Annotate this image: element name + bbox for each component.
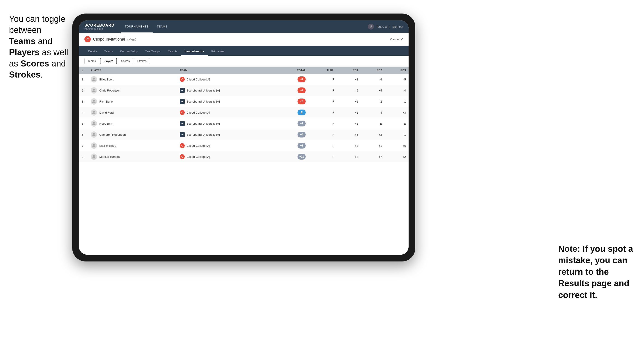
user-label: Test User | xyxy=(376,25,390,28)
tab-printables[interactable]: Printables xyxy=(208,50,228,56)
scores-bold: Scores xyxy=(20,59,49,68)
cell-rd3: -4 xyxy=(385,85,408,96)
cell-team: SBScoreboard University [A] xyxy=(177,129,277,140)
toggle-players-button[interactable]: Players xyxy=(100,58,117,64)
team-cell: CClippd College [A] xyxy=(180,77,274,82)
tablet-frame: SCOREBOARD Powered by clippd TOURNAMENTS… xyxy=(72,13,415,261)
cell-rd1: +2 xyxy=(337,151,361,162)
cell-team: SBScoreboard University [A] xyxy=(177,85,277,96)
avatar xyxy=(91,120,97,127)
col-team: TEAM xyxy=(177,67,277,74)
player-name: Chris Robertson xyxy=(99,89,120,92)
cell-rd3: -5 xyxy=(385,74,408,85)
tab-course-setup[interactable]: Course Setup xyxy=(116,50,142,56)
cell-total: -4 xyxy=(277,85,308,96)
team-name: Clippd College [A] xyxy=(186,155,210,159)
cell-player: Rees Britt xyxy=(88,118,177,129)
cell-rd2: +2 xyxy=(361,129,385,140)
cell-rd3: +3 xyxy=(385,107,408,118)
cell-thru: F xyxy=(308,96,337,107)
col-rd3: RD3 xyxy=(385,67,408,74)
strokes-bold: Strokes xyxy=(9,70,40,79)
cell-rank: 6 xyxy=(79,129,88,140)
cell-rd3: -1 xyxy=(385,96,408,107)
note-label: Note: If you spot a mistake, you can ret… xyxy=(558,244,633,300)
cell-thru: F xyxy=(308,85,337,96)
leaderboard-table: # PLAYER TEAM TOTAL THRU RD1 RD2 RD3 1El… xyxy=(79,67,408,255)
cell-player: Cameron Robertson xyxy=(88,129,177,140)
col-player: PLAYER xyxy=(88,67,177,74)
team-cell: CClippd College [A] xyxy=(180,154,274,159)
score-badge: E xyxy=(298,110,306,115)
cell-player: Chris Robertson xyxy=(88,85,177,96)
cell-rd1: +5 xyxy=(337,129,361,140)
cell-team: CClippd College [A] xyxy=(177,151,277,162)
team-cell: SBScoreboard University [A] xyxy=(180,99,274,104)
player-name: Rich Butler xyxy=(99,100,114,103)
svg-point-4 xyxy=(93,111,95,113)
player-cell: Chris Robertson xyxy=(91,87,174,94)
team-name: Clippd College [A] xyxy=(186,78,210,81)
avatar xyxy=(91,143,97,149)
svg-point-2 xyxy=(93,89,95,91)
tab-tee-groups[interactable]: Tee Groups xyxy=(142,50,164,56)
team-logo-clippd: C xyxy=(180,110,185,115)
cancel-x-icon: ✕ xyxy=(400,37,403,41)
cell-player: Rich Butler xyxy=(88,96,177,107)
tournament-name: Clippd Invitational xyxy=(93,37,125,42)
cell-rank: 4 xyxy=(79,107,88,118)
score-badge: -8 xyxy=(298,76,306,82)
player-cell: Elliot Ebert xyxy=(91,76,174,82)
cell-rd1: +2 xyxy=(337,140,361,151)
cell-total: +8 xyxy=(277,140,308,151)
svg-point-6 xyxy=(93,133,95,135)
team-name: Scoreboard University [A] xyxy=(186,122,220,125)
cell-rd2: +7 xyxy=(361,151,385,162)
logo-sub-text: Powered by clippd xyxy=(84,28,114,30)
player-name: David Ford xyxy=(99,111,114,114)
left-annotation: You can toggle between Teams and Players… xyxy=(9,13,70,80)
sign-out-link[interactable]: Sign out xyxy=(392,25,403,28)
svg-point-3 xyxy=(93,100,95,102)
svg-point-7 xyxy=(93,144,95,146)
team-logo-clippd: C xyxy=(180,154,185,159)
cell-rd2: -4 xyxy=(361,107,385,118)
toggle-scores-button[interactable]: Scores xyxy=(118,58,133,64)
player-name: Elliot Ebert xyxy=(99,78,114,81)
avatar xyxy=(91,87,97,94)
player-cell: Rees Britt xyxy=(91,120,174,127)
nav-link-tournaments[interactable]: TOURNAMENTS xyxy=(121,20,153,33)
score-badge: +4 xyxy=(298,132,306,138)
score-badge: -4 xyxy=(298,87,306,93)
tournament-subtitle: (Men) xyxy=(127,37,136,41)
cell-rank: 2 xyxy=(79,85,88,96)
cell-rank: 1 xyxy=(79,74,88,85)
cancel-button[interactable]: Cancel ✕ xyxy=(390,37,403,41)
cell-rd2: +5 xyxy=(361,85,385,96)
toggle-teams-button[interactable]: Teams xyxy=(84,58,99,64)
score-badge: +8 xyxy=(298,143,306,149)
nav-link-teams[interactable]: TEAMS xyxy=(152,20,171,33)
tab-results[interactable]: Results xyxy=(164,50,181,56)
cell-rd3: +6 xyxy=(385,140,408,151)
cell-player: Marcus Turners xyxy=(88,151,177,162)
tab-details[interactable]: Details xyxy=(84,50,101,56)
score-badge: +1 xyxy=(298,121,306,127)
cell-player: David Ford xyxy=(88,107,177,118)
sub-nav: Details Teams Course Setup Tee Groups Re… xyxy=(79,46,408,56)
tab-leaderboards[interactable]: Leaderboards xyxy=(181,50,208,56)
col-rank: # xyxy=(79,67,88,74)
logo-main-text: SCOREBOARD xyxy=(84,23,114,28)
right-annotation: Note: If you spot a mistake, you can ret… xyxy=(558,243,635,301)
team-cell: SBScoreboard University [A] xyxy=(180,88,274,93)
table-header: # PLAYER TEAM TOTAL THRU RD1 RD2 RD3 xyxy=(79,67,408,74)
score-badge: +11 xyxy=(298,154,306,160)
cell-rank: 3 xyxy=(79,96,88,107)
toggle-strokes-button[interactable]: Strokes xyxy=(134,58,150,64)
table-row: 2Chris RobertsonSBScoreboard University … xyxy=(79,85,408,96)
table-row: 3Rich ButlerSBScoreboard University [A]-… xyxy=(79,96,408,107)
table-body: 1Elliot EbertCClippd College [A]-8F+3-6-… xyxy=(79,74,408,162)
scoreboard-logo: SCOREBOARD Powered by clippd xyxy=(84,23,114,30)
tab-teams[interactable]: Teams xyxy=(101,50,116,56)
cell-rank: 7 xyxy=(79,140,88,151)
